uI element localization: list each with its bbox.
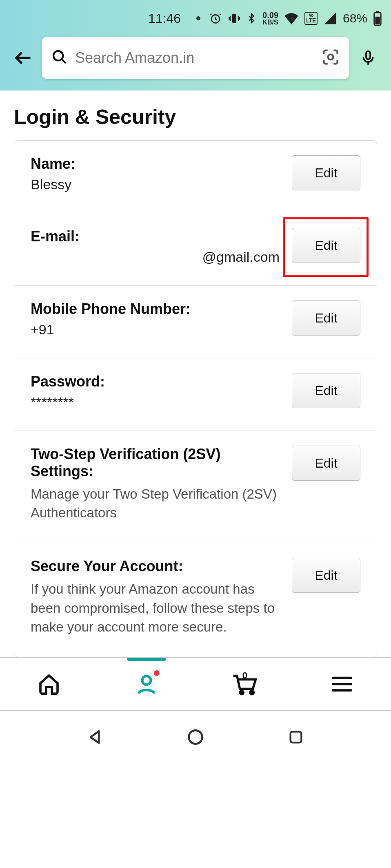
row-mobile: Mobile Phone Number: +91 Edit: [14, 286, 377, 358]
field-label: Two-Step Verification (2SV) Settings:: [31, 446, 280, 480]
svg-point-8: [142, 676, 151, 685]
status-bar: 11:46 0.09 KB/S Vo LTE 68%: [0, 0, 391, 37]
alarm-icon: [209, 11, 222, 25]
edit-name-button[interactable]: Edit: [292, 155, 360, 190]
svg-rect-3: [375, 17, 380, 24]
notification-dot-icon: [154, 670, 160, 676]
wifi-icon: [284, 12, 299, 24]
vibrate-icon: [228, 11, 240, 25]
nav-cart[interactable]: 0: [220, 668, 269, 700]
voice-search-button[interactable]: [357, 46, 380, 69]
sys-home-button[interactable]: [183, 725, 208, 749]
edit-email-button[interactable]: Edit: [292, 228, 360, 263]
row-password: Password: ******** Edit: [14, 358, 377, 431]
svg-point-11: [189, 730, 202, 744]
active-tab-indicator: [127, 658, 166, 661]
page-content: Login & Security Name: Blessy Edit E-mai…: [0, 91, 391, 657]
svg-point-6: [328, 55, 333, 60]
bottom-app-nav: 0: [0, 657, 391, 711]
system-nav-bar: [0, 711, 391, 763]
clock-text: 11:46: [148, 11, 181, 26]
back-button[interactable]: [11, 46, 34, 69]
edit-2sv-button[interactable]: Edit: [292, 446, 360, 481]
cart-count-badge: 0: [242, 670, 247, 681]
svg-rect-1: [232, 14, 236, 23]
volte-icon: Vo LTE: [304, 12, 318, 25]
signal-icon: [323, 12, 337, 24]
sys-recent-button[interactable]: [284, 725, 308, 749]
home-icon: [38, 673, 60, 696]
app-header: 11:46 0.09 KB/S Vo LTE 68%: [0, 0, 391, 91]
network-speed-text: 0.09 KB/S: [262, 11, 278, 26]
row-name: Name: Blessy Edit: [14, 141, 377, 213]
svg-rect-4: [376, 11, 379, 13]
camera-scan-icon[interactable]: [322, 48, 340, 68]
hamburger-icon: [331, 676, 353, 692]
field-value: @gmail.com: [31, 249, 280, 265]
triangle-back-icon: [86, 728, 104, 746]
svg-point-5: [53, 51, 63, 60]
sys-back-button[interactable]: [83, 725, 107, 749]
svg-rect-12: [291, 732, 302, 743]
field-description: Manage your Two Step Verification (2SV) …: [31, 485, 280, 522]
svg-point-10: [250, 691, 253, 694]
square-recent-icon: [288, 729, 304, 745]
row-secure-account: Secure Your Account: If you think your A…: [14, 543, 377, 657]
field-label: Secure Your Account:: [31, 558, 280, 575]
field-label: Name:: [31, 155, 280, 172]
edit-password-button[interactable]: Edit: [292, 373, 360, 408]
edit-mobile-button[interactable]: Edit: [292, 300, 360, 336]
row-two-step-verification: Two-Step Verification (2SV) Settings: Ma…: [14, 431, 377, 543]
field-label: Password:: [31, 373, 280, 390]
search-icon: [51, 49, 68, 67]
svg-point-9: [240, 691, 243, 694]
svg-rect-7: [366, 51, 370, 59]
arrow-left-icon: [13, 48, 33, 68]
microphone-icon: [360, 48, 376, 68]
row-email: E-mail: @gmail.com Edit: [14, 213, 377, 286]
field-description: If you think your Amazon account has bee…: [31, 580, 280, 636]
field-value: Blessy: [31, 177, 280, 192]
circle-home-icon: [187, 728, 204, 746]
field-label: Mobile Phone Number:: [31, 300, 280, 318]
battery-percent-text: 68%: [343, 11, 367, 25]
field-value: +91: [31, 322, 280, 338]
nav-menu[interactable]: [318, 668, 367, 700]
separator-dot-icon: [196, 16, 200, 20]
nav-home[interactable]: [24, 668, 73, 700]
page-title: Login & Security: [14, 105, 377, 129]
search-row: [0, 37, 391, 79]
battery-icon: [373, 11, 382, 26]
search-box[interactable]: [42, 37, 349, 79]
field-value: ********: [31, 394, 280, 410]
field-label: E-mail:: [31, 228, 280, 245]
nav-account[interactable]: [122, 668, 171, 700]
search-input[interactable]: [68, 49, 322, 66]
user-icon: [135, 673, 158, 696]
bluetooth-icon: [246, 11, 257, 26]
login-security-card: Name: Blessy Edit E-mail: @gmail.com Edi…: [14, 140, 377, 657]
edit-secure-button[interactable]: Edit: [292, 558, 360, 593]
